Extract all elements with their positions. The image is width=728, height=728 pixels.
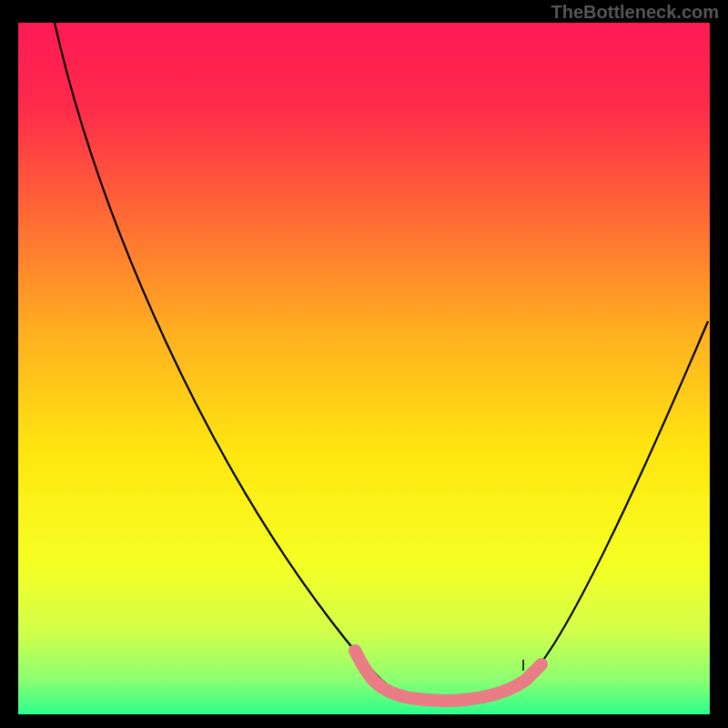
plot-area [18, 23, 710, 714]
curve-trough-highlight [355, 651, 541, 701]
curve-main [55, 23, 708, 700]
watermark-label: TheBottleneck.com [551, 2, 719, 23]
plot-inner [18, 23, 710, 714]
bottleneck-curve [18, 23, 710, 714]
chart-stage: TheBottleneck.com [0, 0, 728, 728]
